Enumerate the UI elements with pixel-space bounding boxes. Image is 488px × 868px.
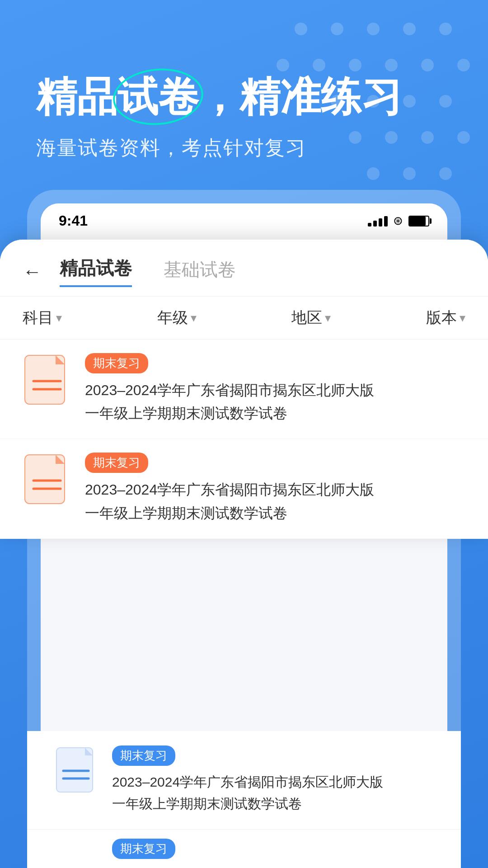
hero-subtitle: 海量试卷资料，考点针对复习 <box>36 135 452 161</box>
main-item-content-1: 期末复习 2023–2024学年广东省揭阳市揭东区北师大版一年级上学期期末测试数… <box>85 353 465 425</box>
battery-icon <box>408 216 429 226</box>
hero-title-after: 精准练习 <box>239 74 402 119</box>
main-list: 期末复习 2023–2024学年广东省揭阳市揭东区北师大版一年级上学期期末测试数… <box>0 340 488 539</box>
tag-badge-orange: 期末复习 <box>85 453 148 473</box>
main-filter-grade[interactable]: 年级 ▾ <box>157 307 197 328</box>
wifi-icon: ⊛ <box>393 214 403 228</box>
hero-title-highlight: 试卷 <box>117 72 199 121</box>
main-tab-premium[interactable]: 精品试卷 <box>60 256 132 287</box>
main-filter-row: 科目 ▾ 年级 ▾ 地区 ▾ 版本 ▾ <box>0 297 488 340</box>
chevron-down-icon: ▾ <box>325 311 331 325</box>
doc-icon-orange <box>23 353 72 407</box>
main-filter-subject[interactable]: 科目 ▾ <box>23 307 62 328</box>
main-list-item[interactable]: 期末复习 2023–2024学年广东省揭阳市揭东区北师大版一年级上学期期末测试数… <box>0 439 488 538</box>
main-card: ← 精品试卷 基础试卷 科目 ▾ 年级 ▾ 地区 ▾ 版本 ▾ <box>0 240 488 539</box>
tag-badge-blue: 期末复习 <box>112 745 175 766</box>
status-time: 9:41 <box>59 212 88 229</box>
main-filter-version[interactable]: 版本 ▾ <box>426 307 465 328</box>
doc-icon-blue-bottom <box>54 745 99 795</box>
hero-title: 精品试卷，精准练习 <box>36 72 452 121</box>
chevron-down-icon: ▾ <box>191 311 197 325</box>
status-bar: 9:41 ⊛ <box>41 203 447 234</box>
bottom-list-item-blue[interactable]: 期末复习 2023–2024学年广东省揭阳市揭东区北师大版一年级上学期期末测试数… <box>27 731 461 830</box>
main-tab-basic[interactable]: 基础试卷 <box>164 257 236 286</box>
main-item-content-2: 期末复习 2023–2024学年广东省揭阳市揭东区北师大版一年级上学期期末测试数… <box>85 453 465 524</box>
main-list-item[interactable]: 期末复习 2023–2024学年广东省揭阳市揭东区北师大版一年级上学期期末测试数… <box>0 340 488 439</box>
main-filter-region[interactable]: 地区 ▾ <box>291 307 331 328</box>
bottom-partial-section: 期末复习 2023–2024学年广东省揭阳市揭东区北师大版一年级上学期期末测试数… <box>27 731 461 868</box>
signal-icon <box>368 216 388 226</box>
status-icons: ⊛ <box>368 214 429 228</box>
bottom-item-title: 2023–2024学年广东省揭阳市揭东区北师大版一年级上学期期末测试数学试卷 <box>112 771 434 815</box>
doc-icon-orange <box>23 453 72 507</box>
hero-title-comma: ， <box>199 74 239 119</box>
bottom-partial-item[interactable]: 期末复习 <box>27 830 461 868</box>
bottom-item-content: 期末复习 2023–2024学年广东省揭阳市揭东区北师大版一年级上学期期末测试数… <box>112 745 434 815</box>
chevron-down-icon: ▾ <box>56 311 62 325</box>
main-item-title-2: 2023–2024学年广东省揭阳市揭东区北师大版一年级上学期期末测试数学试卷 <box>85 478 465 524</box>
chevron-down-icon: ▾ <box>460 311 465 325</box>
main-back-button[interactable]: ← <box>23 261 42 283</box>
hero-title-before: 精品 <box>36 74 117 119</box>
tag-badge-blue-partial: 期末复习 <box>112 839 175 859</box>
main-nav-tabs: ← 精品试卷 基础试卷 <box>0 240 488 297</box>
main-item-title-1: 2023–2024学年广东省揭阳市揭东区北师大版一年级上学期期末测试数学试卷 <box>85 379 465 425</box>
hero-section: 精品试卷，精准练习 海量试卷资料，考点针对复习 <box>0 0 488 189</box>
tag-badge-orange: 期末复习 <box>85 353 148 373</box>
